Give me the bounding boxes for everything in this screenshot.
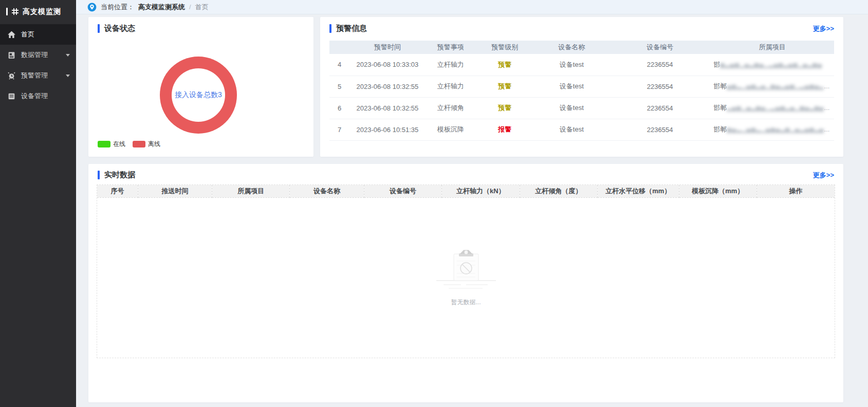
no-data-icon bbox=[435, 249, 497, 295]
realtime-column-header: 立杆轴力（kN） bbox=[442, 185, 520, 197]
title-accent-bar bbox=[98, 24, 100, 33]
logo-text: 高支模监测 bbox=[23, 7, 61, 16]
warning-cell: 立杆倾角 bbox=[426, 97, 476, 119]
warning-cell: 设备test bbox=[534, 54, 610, 76]
logo-bar-icon bbox=[6, 8, 8, 15]
content: 设备状态 接入设备总数3 在线离线 bbox=[76, 14, 868, 407]
warning-column-header: 预警事项 bbox=[426, 41, 476, 54]
project-name-cell: 邯郸▆▅▃▂▅▆▃▂▅▆▅▃▆▂▅▃▅▆▃▅... bbox=[710, 119, 834, 140]
realtime-column-header: 操作 bbox=[756, 185, 835, 197]
main-area: 当前位置： 高支模监测系统 / 首页 设备状态 bbox=[76, 0, 868, 407]
warning-cell: 5 bbox=[329, 76, 349, 97]
sidebar-item-device[interactable]: 设备管理 bbox=[0, 86, 76, 106]
realtime-column-header: 推送时间 bbox=[138, 185, 212, 197]
realtime-table-header-row: 序号推送时间所属项目设备名称设备编号立杆轴力（kN）立杆倾角（度）立杆水平位移（… bbox=[97, 185, 835, 197]
warning-level-badge: 预警 bbox=[476, 76, 534, 97]
database-icon bbox=[7, 51, 16, 60]
warning-column-header: 预警级别 bbox=[476, 41, 534, 54]
warning-cell: 2023-06-06 10:51:35 bbox=[349, 119, 425, 140]
legend-item[interactable]: 离线 bbox=[133, 140, 160, 149]
device-status-title: 设备状态 bbox=[98, 24, 135, 33]
title-accent-bar bbox=[98, 171, 100, 179]
donut-center-label: 接入设备总数3 bbox=[175, 90, 222, 100]
legend-label: 离线 bbox=[148, 140, 160, 149]
grid-hash-icon bbox=[11, 8, 19, 15]
sidebar-item-label: 设备管理 bbox=[21, 91, 48, 101]
sidebar-item-home[interactable]: 首页 bbox=[0, 24, 76, 45]
warning-info-title: 预警信息 bbox=[329, 24, 367, 33]
breadcrumb-current[interactable]: 首页 bbox=[195, 3, 209, 12]
warning-more-link[interactable]: 更多>> bbox=[813, 24, 834, 33]
warning-info-card: 预警信息 更多>> 预警时间预警事项预警级别设备名称设备编号所属项目 42023… bbox=[320, 17, 843, 157]
realtime-column-header: 立杆水平位移（mm） bbox=[597, 185, 679, 197]
warning-cell: 2236554 bbox=[610, 97, 710, 119]
warning-level-badge: 报警 bbox=[476, 119, 534, 140]
warning-cell: 立杆轴力 bbox=[426, 54, 476, 76]
warning-cell: 2023-06-08 10:32:55 bbox=[349, 97, 425, 119]
breadcrumb-separator: / bbox=[189, 3, 191, 11]
warning-cell: 设备test bbox=[534, 119, 610, 140]
warning-cell: 2023-06-08 10:32:55 bbox=[349, 76, 425, 97]
warning-cell: 2236554 bbox=[610, 54, 710, 76]
chevron-down-icon bbox=[66, 75, 70, 77]
realtime-more-link[interactable]: 更多>> bbox=[813, 171, 834, 180]
warning-cell: 2236554 bbox=[610, 119, 710, 140]
project-name-cell: 邯郸▅▆▃▂▅▆▃▅▂▆▅▃▅▆▂▃▅▆▅▃... bbox=[710, 76, 834, 97]
legend-item[interactable]: 在线 bbox=[98, 140, 125, 149]
warning-cell: 设备test bbox=[534, 76, 610, 97]
breadcrumb: 当前位置： 高支模监测系统 / 首页 bbox=[76, 0, 868, 14]
warning-level-badge: 预警 bbox=[476, 97, 534, 119]
warning-column-header: 所属项目 bbox=[710, 41, 834, 54]
legend-label: 在线 bbox=[113, 140, 125, 149]
sidebar-item-label: 数据管理 bbox=[21, 50, 48, 60]
redacted-text: ▆▃▅▆▂▅▃▆▅▂▃▅▆▃▅▆▂▅▃▆▅ bbox=[720, 62, 822, 68]
chart-legend: 在线离线 bbox=[98, 140, 160, 149]
realtime-column-header: 序号 bbox=[97, 185, 138, 197]
realtime-column-header: 设备编号 bbox=[364, 185, 441, 197]
legend-swatch bbox=[133, 141, 145, 147]
realtime-table: 序号推送时间所属项目设备名称设备编号立杆轴力（kN）立杆倾角（度）立杆水平位移（… bbox=[97, 184, 835, 358]
warning-column-header: 预警时间 bbox=[349, 41, 425, 54]
realtime-column-header: 设备名称 bbox=[290, 185, 364, 197]
warning-table-row: 62023-06-08 10:32:55立杆倾角预警设备test2236554邯… bbox=[329, 97, 834, 119]
app-logo: 高支模监测 bbox=[0, 0, 76, 23]
warning-cell: 2236554 bbox=[610, 76, 710, 97]
redacted-text: ▃▅▆▂▅▃▆▅▂▃▅▆▃▅▂▆▅▃▆▅ bbox=[727, 105, 824, 111]
redacted-text: ▆▅▃▂▅▆▃▂▅▆▅▃▆▂▅▃▅▆▃▅ bbox=[727, 126, 824, 133]
empty-state: 暂无数据... bbox=[97, 198, 835, 358]
empty-state-text: 暂无数据... bbox=[451, 298, 481, 307]
realtime-column-header: 所属项目 bbox=[212, 185, 290, 197]
warning-table-header-row: 预警时间预警事项预警级别设备名称设备编号所属项目 bbox=[329, 41, 834, 54]
warning-column-header: 设备名称 bbox=[534, 41, 610, 54]
chevron-down-icon bbox=[66, 54, 70, 57]
sidebar: 高支模监测 首页数据管理预警管理设备管理 bbox=[0, 0, 76, 407]
project-name-cell: 邯郸▃▅▆▂▅▃▆▅▂▃▅▆▃▅▂▆▅▃▆▅... bbox=[710, 97, 834, 119]
warning-cell: 2023-06-08 10:33:03 bbox=[349, 54, 425, 76]
warning-table-row: 52023-06-08 10:32:55立杆轴力预警设备test2236554邯… bbox=[329, 76, 834, 97]
breadcrumb-prefix: 当前位置： bbox=[101, 3, 134, 12]
warning-cell: 设备test bbox=[534, 97, 610, 119]
device-icon bbox=[7, 92, 16, 101]
warning-cell: 立杆轴力 bbox=[426, 76, 476, 97]
sidebar-item-data[interactable]: 数据管理 bbox=[0, 45, 76, 65]
sidebar-item-warning[interactable]: 预警管理 bbox=[0, 65, 76, 86]
home-icon bbox=[7, 30, 16, 39]
legend-swatch bbox=[98, 141, 110, 147]
warning-cell: 6 bbox=[329, 97, 349, 119]
warning-table-row: 72023-06-06 10:51:35模板沉降报警设备test2236554邯… bbox=[329, 119, 834, 140]
alarm-icon bbox=[7, 71, 16, 80]
warning-cell: 4 bbox=[329, 54, 349, 76]
warning-table-row: 42023-06-08 10:33:03立杆轴力预警设备test2236554邯… bbox=[329, 54, 834, 76]
sidebar-item-label: 首页 bbox=[21, 30, 34, 39]
sidebar-item-label: 预警管理 bbox=[21, 71, 48, 80]
location-pin-icon bbox=[87, 3, 97, 12]
warning-cell: 模板沉降 bbox=[426, 119, 476, 140]
breadcrumb-system[interactable]: 高支模监测系统 bbox=[138, 3, 185, 12]
donut-ring-offline: 接入设备总数3 bbox=[160, 57, 237, 134]
device-status-donut-chart: 接入设备总数3 bbox=[160, 57, 237, 134]
redacted-text: ▅▆▃▂▅▆▃▅▂▆▅▃▅▆▂▃▅▆▅▃ bbox=[727, 83, 824, 89]
realtime-column-header: 模板沉降（mm） bbox=[679, 185, 756, 197]
warning-column-header: 设备编号 bbox=[610, 41, 710, 54]
project-name-cell: 邯▆▃▅▆▂▅▃▆▅▂▃▅▆▃▅▆▂▅▃▆▅ bbox=[710, 54, 834, 76]
app-root: 高支模监测 首页数据管理预警管理设备管理 当前位置： 高支模监测系统 / 首页 bbox=[0, 0, 868, 407]
